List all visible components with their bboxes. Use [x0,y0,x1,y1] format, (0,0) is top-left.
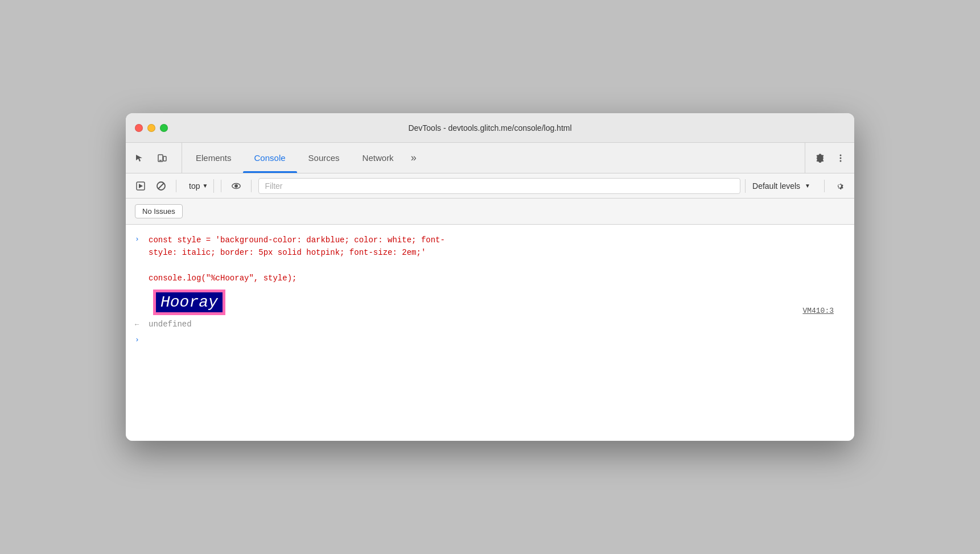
svg-marker-7 [139,184,143,188]
window-title: DevTools - devtools.glitch.me/console/lo… [408,123,571,133]
svg-line-9 [158,183,164,189]
run-button[interactable] [133,178,149,194]
log-levels-dropdown[interactable]: Default levels ▼ [745,179,817,193]
svg-point-4 [840,157,842,159]
tabbar: Elements Console Sources Network » [126,143,854,173]
top-label: top [189,181,200,191]
tabbar-right-icons [805,143,849,173]
more-options-button[interactable] [833,150,849,166]
tab-list: Elements Console Sources Network » [184,143,805,173]
hooray-text: Hooray [153,290,225,315]
tab-console[interactable]: Console [243,143,297,173]
console-settings-button[interactable] [831,178,847,194]
default-levels-label: Default levels [752,181,800,191]
minimize-button[interactable] [147,124,155,132]
divider-2 [221,180,221,192]
hooray-display: Hooray [153,290,225,315]
devtools-toolbar-icons [131,143,182,173]
devtools-window: DevTools - devtools.glitch.me/console/lo… [126,113,854,441]
settings-button[interactable] [811,150,827,166]
fullscreen-button[interactable] [160,124,168,132]
vm-source-link[interactable]: VM410:3 [802,307,845,315]
svg-point-5 [840,160,842,162]
svg-rect-1 [163,156,166,161]
levels-arrow: ▼ [805,183,810,189]
svg-point-3 [840,154,842,156]
traffic-lights [135,124,168,132]
titlebar: DevTools - devtools.glitch.me/console/lo… [126,113,854,143]
console-entry-code: › const style = 'background-color: darkb… [126,231,854,287]
prompt-arrow: › [135,336,143,344]
issues-bar: No Issues [126,199,854,225]
console-prompt[interactable]: › [126,331,854,348]
tab-more[interactable]: » [405,143,422,173]
hooray-output-row: Hooray VM410:3 [126,287,854,317]
live-expression-button[interactable] [228,178,244,194]
return-arrow: ← [135,321,143,329]
context-selector[interactable]: top ▼ [183,179,214,193]
console-toolbar: top ▼ Default levels ▼ [126,173,854,199]
filter-input[interactable] [258,178,740,194]
undefined-label: undefined [149,320,192,329]
code-content: const style = 'background-color: darkblu… [149,234,445,285]
console-output: › const style = 'background-color: darkb… [126,225,854,441]
tab-network[interactable]: Network [351,143,405,173]
tab-sources[interactable]: Sources [297,143,351,173]
device-toolbar-button[interactable] [154,150,170,166]
undefined-entry: ← undefined [126,317,854,331]
clear-console-button[interactable] [153,178,169,194]
no-issues-button[interactable]: No Issues [135,204,183,218]
inspect-element-button[interactable] [131,150,147,166]
divider-3 [251,180,252,192]
dropdown-arrow: ▼ [202,183,208,189]
svg-point-11 [235,184,238,187]
entry-expand-arrow[interactable]: › [135,235,143,243]
close-button[interactable] [135,124,143,132]
tab-elements[interactable]: Elements [184,143,243,173]
divider-4 [824,180,825,192]
divider-1 [176,180,176,192]
